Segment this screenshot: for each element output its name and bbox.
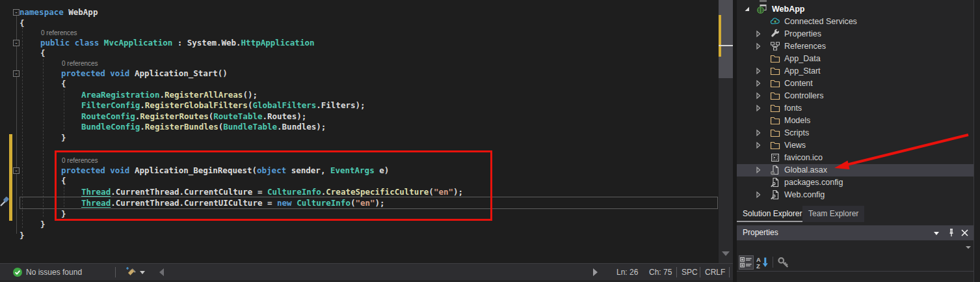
alphabetical-sort-button[interactable]: A Z: [756, 256, 769, 269]
folder-icon: [770, 78, 780, 89]
tree-item-favicon-ico[interactable]: favicon.ico: [737, 152, 973, 164]
space-indicator[interactable]: SPC: [682, 267, 698, 277]
chevron-collapsed-icon[interactable]: [753, 103, 763, 113]
wrench-icon: [770, 29, 780, 39]
tree-item-models[interactable]: Models: [737, 115, 973, 127]
outline-collapse-toggle[interactable]: -: [13, 70, 20, 77]
code-line[interactable]: {: [20, 18, 25, 29]
chevron-collapsed-icon[interactable]: [753, 91, 763, 101]
tree-item-properties[interactable]: Properties: [737, 28, 973, 40]
panel-right-edge: [973, 0, 980, 282]
line-indicator[interactable]: Ln: 26: [616, 267, 638, 277]
properties-panel-titlebar[interactable]: Properties: [737, 225, 973, 240]
code-token: BundleConfig: [81, 122, 140, 132]
divider: [115, 267, 116, 277]
code-token: FilterConfig: [81, 100, 140, 110]
image-file-icon: [770, 152, 780, 163]
editor-vertical-scrollbar[interactable]: [719, 0, 733, 263]
tree-item-fonts[interactable]: fonts: [737, 102, 973, 115]
hscroll-left-arrow-icon[interactable]: [159, 268, 164, 276]
code-line[interactable]: RouteConfig.RegisterRoutes(RouteTable.Ro…: [81, 111, 306, 122]
close-icon[interactable]: [961, 225, 968, 240]
outline-collapse-toggle[interactable]: -: [13, 9, 20, 16]
tab-team-explorer[interactable]: Team Explorer: [802, 206, 864, 222]
chevron-collapsed-icon[interactable]: [753, 190, 763, 200]
window-menu-dropdown-icon[interactable]: [933, 225, 940, 240]
code-editor[interactable]: namespace WebApp{0 referencespublic clas…: [0, 0, 733, 263]
hscroll-right-arrow-icon[interactable]: [593, 268, 598, 276]
tree-item-views[interactable]: Views: [737, 139, 973, 152]
code-token: .Bundles);: [277, 122, 326, 132]
tree-item-references[interactable]: References: [737, 40, 973, 53]
pin-icon[interactable]: [947, 225, 955, 240]
tree-item-label: packages.config: [784, 178, 843, 188]
divider: [773, 257, 773, 268]
tree-item-webapp[interactable]: WebApp: [737, 3, 973, 16]
tree-item-controllers[interactable]: Controllers: [737, 90, 973, 102]
code-line[interactable]: namespace WebApp: [20, 7, 98, 18]
codelens-references[interactable]: 0 references: [62, 59, 98, 68]
code-line[interactable]: }: [61, 132, 66, 143]
chevron-collapsed-icon[interactable]: [753, 140, 763, 150]
code-cleanup-broom-icon[interactable]: [124, 266, 137, 278]
code-line[interactable]: public class MvcApplication : System.Web…: [40, 37, 314, 48]
change-tracking-bar: [9, 134, 12, 221]
properties-object-combobox[interactable]: [737, 240, 973, 254]
tree-item-label: App_Start: [784, 66, 821, 76]
tree-item-label: App_Data: [784, 54, 821, 64]
chevron-collapsed-icon[interactable]: [753, 128, 763, 138]
combobox-dropdown-icon[interactable]: [966, 246, 971, 249]
code-line[interactable]: {: [61, 78, 66, 89]
code-token: : System.Web.: [172, 38, 241, 48]
property-pages-button[interactable]: [777, 256, 790, 269]
folder-icon: [770, 140, 780, 150]
tree-item-global-asax[interactable]: Global.asax: [737, 164, 973, 176]
code-line[interactable]: FilterConfig.RegisterGlobalFilters(Globa…: [81, 100, 365, 111]
column-indicator[interactable]: Ch: 75: [649, 267, 672, 277]
code-line[interactable]: {: [40, 48, 46, 59]
tree-item-scripts[interactable]: Scripts: [737, 127, 973, 139]
code-line[interactable]: AreaRegistration.RegisterAllAreas();: [81, 89, 258, 100]
code-token: class: [75, 38, 99, 48]
code-token: RegisterRoutes: [140, 111, 208, 121]
tab-solution-explorer[interactable]: Solution Explorer: [737, 206, 808, 222]
tree-item-web-config[interactable]: Web.config: [737, 189, 973, 201]
tree-item-app-start[interactable]: App_Start: [737, 65, 973, 78]
health-check-icon[interactable]: [13, 268, 22, 277]
indent-guide: [43, 59, 44, 217]
divider: [676, 267, 677, 277]
outline-collapse-toggle[interactable]: -: [13, 40, 20, 46]
code-token: ();: [243, 90, 258, 100]
code-token: }: [20, 231, 25, 240]
code-token: [70, 38, 75, 48]
code-cleanup-dropdown-icon[interactable]: [140, 271, 145, 274]
code-token: RouteTable: [213, 111, 262, 121]
chevron-collapsed-icon[interactable]: [753, 41, 763, 51]
tree-item-content[interactable]: Content: [737, 78, 973, 90]
chevron-collapsed-icon[interactable]: [753, 66, 763, 76]
code-line[interactable]: }: [40, 219, 46, 230]
chevron-collapsed-icon[interactable]: [753, 78, 763, 89]
line-ending-indicator[interactable]: CRLF: [705, 267, 725, 277]
chevron-collapsed-icon[interactable]: [753, 165, 763, 175]
code-token: MvcApplication: [104, 38, 172, 48]
codelens-references[interactable]: 0 references: [41, 29, 77, 37]
scrollbar-down-arrow-icon[interactable]: [722, 251, 730, 256]
chevron-collapsed-icon[interactable]: [753, 29, 763, 39]
categorized-view-button[interactable]: [739, 255, 754, 270]
code-token: BundleTable: [223, 122, 277, 132]
code-line[interactable]: BundleConfig.RegisterBundles(BundleTable…: [81, 121, 326, 132]
document-health-indicator[interactable]: No issues found: [26, 267, 82, 277]
tree-item-packages-config[interactable]: packages.config: [737, 176, 973, 189]
quick-actions-icon[interactable]: [0, 195, 10, 207]
scrollbar-change-marker: [719, 15, 721, 57]
code-line[interactable]: protected void Application_Start(): [61, 68, 228, 79]
chevron-expanded-icon[interactable]: [742, 4, 752, 14]
tree-item-connected-services[interactable]: Connected Services: [737, 16, 973, 28]
code-line[interactable]: }: [20, 230, 25, 241]
outline-collapse-toggle[interactable]: -: [13, 167, 20, 174]
folder-icon: [770, 66, 780, 76]
tree-item-label: Scripts: [784, 128, 809, 138]
tree-item-app-data[interactable]: App_Data: [737, 53, 973, 65]
tree-item-label: Controllers: [784, 91, 823, 101]
